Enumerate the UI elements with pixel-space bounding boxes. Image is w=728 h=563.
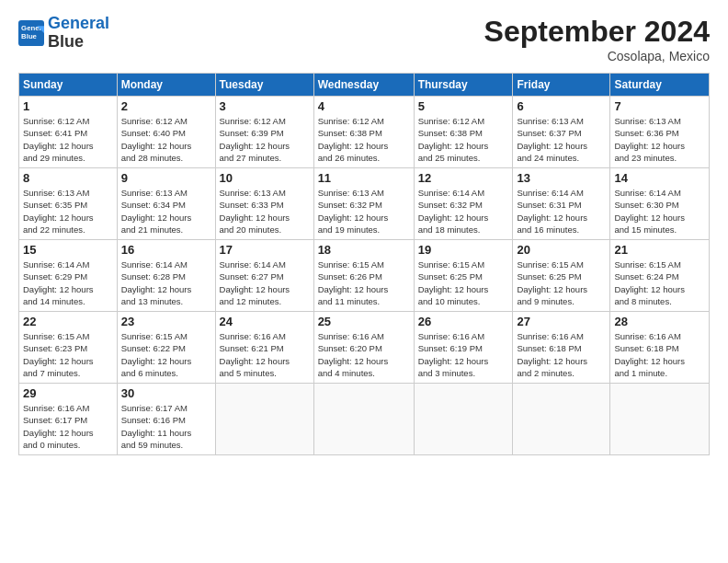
calendar-cell: 21Sunrise: 6:15 AM Sunset: 6:24 PM Dayli… xyxy=(610,240,710,312)
weekday-header-sunday: Sunday xyxy=(19,74,118,97)
day-info: Sunrise: 6:14 AM Sunset: 6:30 PM Dayligh… xyxy=(614,187,705,236)
day-info: Sunrise: 6:13 AM Sunset: 6:32 PM Dayligh… xyxy=(318,187,410,236)
day-info: Sunrise: 6:15 AM Sunset: 6:25 PM Dayligh… xyxy=(517,259,606,307)
day-number: 8 xyxy=(23,171,113,185)
header: General Blue GeneralBlue September 2024 … xyxy=(18,15,710,63)
day-info: Sunrise: 6:16 AM Sunset: 6:18 PM Dayligh… xyxy=(614,330,705,379)
weekday-header-monday: Monday xyxy=(117,74,215,97)
day-number: 3 xyxy=(220,99,310,113)
svg-text:Blue: Blue xyxy=(21,32,38,40)
day-info: Sunrise: 6:13 AM Sunset: 6:36 PM Dayligh… xyxy=(614,115,705,164)
day-number: 29 xyxy=(23,386,113,400)
day-number: 11 xyxy=(318,171,410,185)
logo-icon: General Blue xyxy=(18,20,44,46)
day-number: 14 xyxy=(614,171,705,185)
calendar-cell: 23Sunrise: 6:15 AM Sunset: 6:22 PM Dayli… xyxy=(117,312,215,384)
day-number: 24 xyxy=(220,315,310,328)
logo: General Blue GeneralBlue xyxy=(18,15,109,52)
day-number: 27 xyxy=(517,315,606,328)
calendar-cell: 22Sunrise: 6:15 AM Sunset: 6:23 PM Dayli… xyxy=(19,312,118,384)
calendar-page: General Blue GeneralBlue September 2024 … xyxy=(0,0,728,563)
logo-text: GeneralBlue xyxy=(48,15,109,52)
day-number: 10 xyxy=(220,171,310,185)
day-info: Sunrise: 6:14 AM Sunset: 6:32 PM Dayligh… xyxy=(418,187,509,236)
calendar-week-1: 1Sunrise: 6:12 AM Sunset: 6:41 PM Daylig… xyxy=(19,97,710,168)
day-number: 9 xyxy=(121,171,211,185)
day-info: Sunrise: 6:13 AM Sunset: 6:35 PM Dayligh… xyxy=(23,187,113,236)
weekday-header-row: SundayMondayTuesdayWednesdayThursdayFrid… xyxy=(19,74,710,97)
calendar-cell: 7Sunrise: 6:13 AM Sunset: 6:36 PM Daylig… xyxy=(610,97,710,168)
day-number: 7 xyxy=(614,99,705,113)
day-number: 25 xyxy=(318,315,410,328)
calendar-cell: 27Sunrise: 6:16 AM Sunset: 6:18 PM Dayli… xyxy=(513,312,610,384)
calendar-cell: 13Sunrise: 6:14 AM Sunset: 6:31 PM Dayli… xyxy=(513,168,610,240)
day-number: 21 xyxy=(614,243,705,257)
weekday-header-friday: Friday xyxy=(513,74,610,97)
calendar-cell xyxy=(513,384,610,455)
day-info: Sunrise: 6:12 AM Sunset: 6:41 PM Dayligh… xyxy=(23,115,113,164)
weekday-header-wednesday: Wednesday xyxy=(313,74,414,97)
day-info: Sunrise: 6:12 AM Sunset: 6:40 PM Dayligh… xyxy=(121,115,211,164)
day-number: 30 xyxy=(121,386,211,400)
day-info: Sunrise: 6:12 AM Sunset: 6:38 PM Dayligh… xyxy=(318,115,410,164)
day-info: Sunrise: 6:13 AM Sunset: 6:33 PM Dayligh… xyxy=(220,187,310,236)
day-number: 26 xyxy=(418,315,509,328)
day-number: 13 xyxy=(517,171,606,185)
calendar-cell: 30Sunrise: 6:17 AM Sunset: 6:16 PM Dayli… xyxy=(117,384,215,455)
day-number: 20 xyxy=(517,243,606,257)
day-number: 22 xyxy=(23,315,113,328)
day-info: Sunrise: 6:16 AM Sunset: 6:20 PM Dayligh… xyxy=(318,330,410,379)
day-number: 23 xyxy=(121,315,211,328)
day-info: Sunrise: 6:17 AM Sunset: 6:16 PM Dayligh… xyxy=(121,402,211,451)
calendar-cell: 12Sunrise: 6:14 AM Sunset: 6:32 PM Dayli… xyxy=(414,168,513,240)
weekday-header-thursday: Thursday xyxy=(414,74,513,97)
day-number: 28 xyxy=(614,315,705,328)
day-number: 1 xyxy=(23,99,113,113)
day-info: Sunrise: 6:14 AM Sunset: 6:28 PM Dayligh… xyxy=(121,259,211,307)
calendar-body: 1Sunrise: 6:12 AM Sunset: 6:41 PM Daylig… xyxy=(19,97,710,455)
weekday-header-saturday: Saturday xyxy=(610,74,710,97)
day-info: Sunrise: 6:12 AM Sunset: 6:38 PM Dayligh… xyxy=(418,115,509,164)
location-subtitle: Cosolapa, Mexico xyxy=(484,49,710,63)
calendar-cell: 15Sunrise: 6:14 AM Sunset: 6:29 PM Dayli… xyxy=(19,240,118,312)
calendar-cell: 24Sunrise: 6:16 AM Sunset: 6:21 PM Dayli… xyxy=(215,312,313,384)
day-number: 2 xyxy=(121,99,211,113)
day-number: 12 xyxy=(418,171,509,185)
day-number: 18 xyxy=(318,243,410,257)
calendar-cell: 5Sunrise: 6:12 AM Sunset: 6:38 PM Daylig… xyxy=(414,97,513,168)
calendar-cell: 19Sunrise: 6:15 AM Sunset: 6:25 PM Dayli… xyxy=(414,240,513,312)
calendar-cell: 16Sunrise: 6:14 AM Sunset: 6:28 PM Dayli… xyxy=(117,240,215,312)
calendar-week-5: 29Sunrise: 6:16 AM Sunset: 6:17 PM Dayli… xyxy=(19,384,710,455)
day-info: Sunrise: 6:14 AM Sunset: 6:31 PM Dayligh… xyxy=(517,187,606,236)
calendar-cell: 2Sunrise: 6:12 AM Sunset: 6:40 PM Daylig… xyxy=(117,97,215,168)
calendar-cell xyxy=(610,384,710,455)
calendar-cell: 20Sunrise: 6:15 AM Sunset: 6:25 PM Dayli… xyxy=(513,240,610,312)
day-number: 17 xyxy=(220,243,310,257)
month-title: September 2024 xyxy=(484,15,710,49)
day-info: Sunrise: 6:16 AM Sunset: 6:19 PM Dayligh… xyxy=(418,330,509,379)
calendar-week-2: 8Sunrise: 6:13 AM Sunset: 6:35 PM Daylig… xyxy=(19,168,710,240)
calendar-cell: 3Sunrise: 6:12 AM Sunset: 6:39 PM Daylig… xyxy=(215,97,313,168)
day-info: Sunrise: 6:13 AM Sunset: 6:37 PM Dayligh… xyxy=(517,115,606,164)
day-info: Sunrise: 6:15 AM Sunset: 6:24 PM Dayligh… xyxy=(614,259,705,307)
calendar-cell xyxy=(313,384,414,455)
calendar-week-4: 22Sunrise: 6:15 AM Sunset: 6:23 PM Dayli… xyxy=(19,312,710,384)
day-info: Sunrise: 6:13 AM Sunset: 6:34 PM Dayligh… xyxy=(121,187,211,236)
calendar-table: SundayMondayTuesdayWednesdayThursdayFrid… xyxy=(18,73,710,455)
calendar-cell: 11Sunrise: 6:13 AM Sunset: 6:32 PM Dayli… xyxy=(313,168,414,240)
day-number: 5 xyxy=(418,99,509,113)
day-info: Sunrise: 6:15 AM Sunset: 6:26 PM Dayligh… xyxy=(318,259,410,307)
calendar-cell: 9Sunrise: 6:13 AM Sunset: 6:34 PM Daylig… xyxy=(117,168,215,240)
calendar-cell xyxy=(414,384,513,455)
day-number: 19 xyxy=(418,243,509,257)
calendar-cell: 6Sunrise: 6:13 AM Sunset: 6:37 PM Daylig… xyxy=(513,97,610,168)
calendar-cell: 4Sunrise: 6:12 AM Sunset: 6:38 PM Daylig… xyxy=(313,97,414,168)
day-info: Sunrise: 6:15 AM Sunset: 6:22 PM Dayligh… xyxy=(121,330,211,379)
calendar-cell: 28Sunrise: 6:16 AM Sunset: 6:18 PM Dayli… xyxy=(610,312,710,384)
calendar-cell: 1Sunrise: 6:12 AM Sunset: 6:41 PM Daylig… xyxy=(19,97,118,168)
day-number: 4 xyxy=(318,99,410,113)
day-number: 16 xyxy=(121,243,211,257)
day-number: 15 xyxy=(23,243,113,257)
day-info: Sunrise: 6:15 AM Sunset: 6:25 PM Dayligh… xyxy=(418,259,509,307)
day-info: Sunrise: 6:15 AM Sunset: 6:23 PM Dayligh… xyxy=(23,330,113,379)
